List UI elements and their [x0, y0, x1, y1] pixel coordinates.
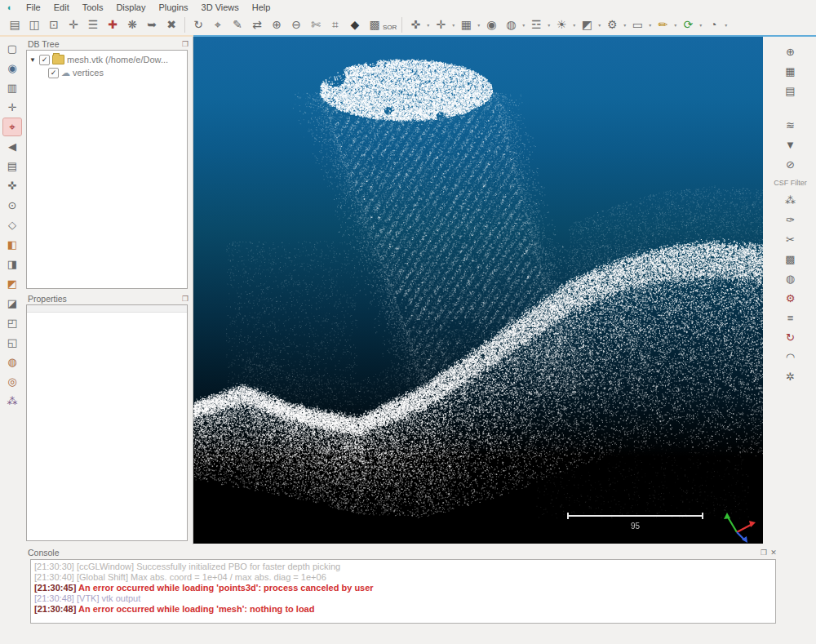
left-view-icon[interactable]: ◩	[3, 275, 21, 292]
histogram-icon[interactable]: ▥	[3, 79, 21, 96]
canupo-plugin-icon[interactable]: ✑	[782, 211, 800, 228]
sphere-view-2-icon[interactable]: ◎	[3, 373, 21, 390]
menu-plugins[interactable]: Plugins	[152, 2, 194, 13]
front-view-icon[interactable]: ◧	[3, 236, 21, 253]
lights-dropdown-icon[interactable]: ▾	[571, 22, 577, 28]
bridge-plugin-icon[interactable]: ◠	[782, 349, 800, 365]
layers-plugin-icon[interactable]: ≡	[782, 309, 800, 326]
bottom-view-icon[interactable]: ◱	[3, 334, 21, 351]
shaders-dropdown-icon[interactable]: ▾	[622, 22, 628, 28]
shaders-icon[interactable]: ⚙	[602, 16, 622, 34]
poisson-plugin-icon[interactable]: ▩	[782, 251, 800, 267]
display-settings-icon[interactable]: ▢	[3, 40, 21, 57]
zoom-in-icon[interactable]: ⊕	[267, 16, 286, 34]
menu-tools[interactable]: Tools	[76, 2, 110, 13]
pan-icon[interactable]: ✛	[431, 16, 450, 34]
reload-icon[interactable]: ⟳	[678, 16, 698, 34]
console-toggle-icon[interactable]: ▭	[628, 16, 647, 34]
delete-icon[interactable]: ✖	[162, 16, 181, 34]
open-icon[interactable]: ▤	[5, 16, 24, 34]
float-panel-icon[interactable]: ❐	[180, 39, 190, 48]
hpr-plugin-icon[interactable]: ▼	[782, 136, 800, 153]
segment-icon[interactable]: ✄	[306, 16, 326, 34]
save-icon[interactable]: ◫	[24, 16, 44, 34]
3d-viewport-canvas[interactable]	[193, 37, 763, 544]
menu-help[interactable]: Help	[246, 2, 277, 13]
stereo-mode-dropdown-icon[interactable]: ▾	[546, 22, 552, 28]
visibility-checkbox[interactable]: ✓	[39, 55, 50, 65]
menu-file[interactable]: File	[20, 2, 47, 13]
expander-icon[interactable]: ▼	[29, 56, 37, 64]
tree-row-vertices[interactable]: ✓ ☁ vertices	[29, 66, 185, 79]
reload-dropdown-icon[interactable]: ▾	[698, 22, 703, 28]
point-picking-tool-icon[interactable]: ⌖	[3, 118, 21, 135]
materials-dropdown-icon[interactable]: ▾	[596, 22, 602, 28]
tree-row-mesh[interactable]: ▼ ✓ mesh.vtk (/home/e/Dow...	[29, 53, 185, 66]
front-view-dropdown-icon[interactable]: ▾	[425, 22, 431, 28]
export-icon[interactable]: ➥	[142, 16, 162, 34]
zoom-tool-icon[interactable]: ⊙	[3, 197, 21, 214]
stereo-mode-icon[interactable]: ☲	[526, 16, 546, 34]
label-icon[interactable]: ✎	[228, 16, 247, 34]
edl-plugin-icon[interactable]: ⊘	[782, 156, 800, 172]
fill-icon[interactable]: ◆	[345, 16, 365, 34]
iso-view-icon[interactable]: ◇	[3, 216, 21, 233]
pan-dropdown-icon[interactable]: ▾	[450, 22, 456, 28]
about-plugins-icon[interactable]: ◔	[703, 16, 723, 34]
python-plugin-icon[interactable]: ✏	[653, 16, 672, 34]
pan-tool-icon[interactable]: ✜	[3, 177, 21, 194]
sra-plugin-icon[interactable]: ◍	[782, 270, 800, 286]
console-toggle-dropdown-icon[interactable]: ▾	[647, 22, 653, 28]
close-panel-icon[interactable]: ✕	[769, 548, 778, 557]
float-panel-icon[interactable]: ❐	[759, 548, 769, 557]
tree-item-label[interactable]: vertices	[73, 68, 104, 78]
camera-settings-icon[interactable]: ◉	[481, 16, 501, 34]
crop-icon[interactable]: ⌗	[326, 16, 345, 34]
front-view-icon[interactable]: ✜	[406, 16, 425, 34]
materials-icon[interactable]: ◩	[577, 16, 596, 34]
screenshot-icon[interactable]: ◉	[3, 60, 21, 77]
rotate-view-icon[interactable]: ↻	[188, 16, 208, 34]
menu-3d-views[interactable]: 3D Views	[195, 2, 246, 13]
loop-plugin-icon[interactable]: ↻	[782, 329, 800, 345]
properties-title-bar[interactable]: Properties ❐	[24, 291, 193, 304]
console-title-bar[interactable]: Console ❐ ✕	[24, 545, 782, 558]
m3c2-plugin-icon[interactable]: ✂	[782, 231, 800, 247]
gears-plugin-icon[interactable]: ⚙	[782, 290, 800, 306]
db-tree-title-bar[interactable]: DB Tree ❐	[24, 37, 193, 50]
visibility-checkbox[interactable]: ✓	[48, 68, 59, 78]
rotate-left-icon[interactable]: ◀	[3, 138, 21, 155]
lights-icon[interactable]: ☀	[552, 16, 571, 34]
menu-edit[interactable]: Edit	[47, 2, 76, 13]
add-primitive-icon[interactable]: ✚	[103, 16, 122, 34]
python-plugin-dropdown-icon[interactable]: ▾	[672, 22, 678, 28]
csf-plugin-icon[interactable]: ⁂	[782, 192, 800, 208]
ortho-view-icon[interactable]: ▦	[456, 16, 476, 34]
clone-icon[interactable]: ⊡	[44, 16, 64, 34]
zoom-out-icon[interactable]: ⊖	[286, 16, 306, 34]
point-picking-icon[interactable]: ⌖	[208, 16, 228, 34]
tree-item-label[interactable]: mesh.vtk (/home/e/Dow...	[67, 55, 168, 64]
network-plugin-icon[interactable]: ✲	[782, 368, 800, 384]
properties-list-icon[interactable]: ☰	[83, 16, 103, 34]
ransac-plugin-icon[interactable]: ▤	[782, 82, 800, 99]
float-panel-icon[interactable]: ❐	[180, 294, 190, 303]
clipboard-icon[interactable]: ▤	[3, 158, 21, 175]
subsample-icon[interactable]: ❋	[122, 16, 142, 34]
translate-rotate-icon[interactable]: ⇄	[247, 16, 267, 34]
back-view-icon[interactable]: ◨	[3, 255, 21, 273]
render-mode-dropdown-icon[interactable]: ▾	[521, 22, 526, 28]
facets-plugin-icon[interactable]: ▦	[782, 63, 800, 79]
sor-filter-icon[interactable]: ▩	[365, 16, 384, 34]
pcv-plugin-icon[interactable]: ≋	[782, 117, 800, 133]
pick-center-icon[interactable]: ✛	[3, 99, 21, 116]
points-view-icon[interactable]: ⁂	[3, 393, 21, 410]
menu-display[interactable]: Display	[109, 2, 152, 13]
about-plugins-dropdown-icon[interactable]: ▾	[723, 22, 729, 28]
right-view-icon[interactable]: ◪	[3, 295, 21, 312]
compass-plugin-icon[interactable]: ⊕	[782, 43, 800, 60]
apply-transformation-icon[interactable]: ✛	[64, 16, 83, 34]
ortho-view-dropdown-icon[interactable]: ▾	[476, 22, 481, 28]
sphere-view-1-icon[interactable]: ◍	[3, 353, 21, 371]
render-mode-icon[interactable]: ◍	[501, 16, 521, 34]
